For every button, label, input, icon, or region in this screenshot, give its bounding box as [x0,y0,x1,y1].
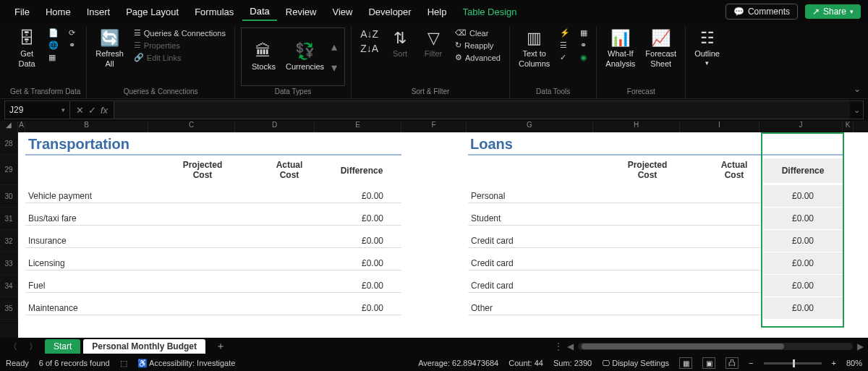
text-to-columns-button[interactable]: ▥Text to Columns [516,27,553,70]
menu-help[interactable]: Help [420,4,454,20]
expand-formula-icon[interactable]: ⌄ [850,106,863,115]
consolidate-button[interactable]: ▦ [577,27,590,38]
sort-asc-button[interactable]: A↓Z [357,27,381,40]
forecast-sheet-button[interactable]: 📈Forecast Sheet [642,27,679,70]
refresh-all-button[interactable]: 🔄Refresh All [93,27,127,70]
scroll-down-icon[interactable]: ▾ [331,61,337,74]
cancel-icon[interactable]: ✕ [76,105,84,116]
confirm-icon[interactable]: ✓ [88,105,96,116]
sort-button[interactable]: ⇅Sort [386,27,414,61]
menu-file[interactable]: File [7,4,37,20]
tab-options-icon[interactable]: ⋮ [554,341,563,351]
chevron-down-icon[interactable]: ▾ [61,106,65,114]
col-b[interactable]: B [25,121,148,133]
properties-button[interactable]: ☰Properties [131,40,229,51]
recent-sources-button[interactable]: ⟳ [66,27,78,38]
name-box[interactable]: J29▾ [5,101,70,119]
col-j[interactable]: J [760,121,843,133]
scroll-right-icon[interactable]: ▶ [857,341,864,351]
row-30[interactable]: 30 [0,185,18,208]
tab-prev-icon[interactable]: 〈 [4,341,22,353]
add-sheet-button[interactable]: ＋ [208,340,233,353]
menu-insert[interactable]: Insert [80,4,118,20]
cell-difference[interactable]: £0.00 [344,303,401,313]
menu-review[interactable]: Review [278,4,324,20]
sheet-content[interactable]: Transportation Projected Cost Actual Cos… [18,132,868,338]
queries-connections-button[interactable]: ☰Queries & Connections [131,27,229,38]
zoom-level[interactable]: 80% [846,359,862,367]
edit-links-button[interactable]: 🔗Edit Links [131,52,229,63]
formula-input[interactable] [114,101,850,119]
currencies-button[interactable]: 💱Currencies [283,40,327,74]
filter-button[interactable]: ▽Filter [419,27,448,61]
row-31[interactable]: 31 [0,208,18,230]
col-c[interactable]: C [148,121,235,133]
cell-difference[interactable]: £0.00 [344,191,401,201]
zoom-in-button[interactable]: + [832,359,836,367]
menu-view[interactable]: View [325,4,359,20]
zoom-slider[interactable] [764,362,822,364]
scroll-up-icon[interactable]: ▴ [331,40,337,54]
cell-difference[interactable]: £0.00 [344,236,401,246]
cell-difference[interactable]: £0.00 [763,275,843,297]
reapply-button[interactable]: ↻Reapply [452,40,503,51]
row-32[interactable]: 32 [0,230,18,252]
scroll-left-icon[interactable]: ◀ [567,341,574,351]
col-a[interactable]: A [18,121,25,133]
remove-dup-button[interactable]: ☰ [557,40,573,51]
col-f[interactable]: F [401,121,467,133]
view-layout-button[interactable]: ▣ [702,357,715,369]
comments-button[interactable]: 💬Comments [726,4,798,20]
cell-difference[interactable]: £0.00 [763,230,843,252]
tab-start[interactable]: Start [45,339,80,354]
select-all-button[interactable]: ◢ [0,121,18,133]
zoom-out-button[interactable]: − [749,359,753,367]
menu-page-layout[interactable]: Page Layout [119,4,186,20]
menu-developer[interactable]: Developer [361,4,418,20]
row-35[interactable]: 35 [0,297,18,320]
menu-formulas[interactable]: Formulas [187,4,241,20]
cell-difference[interactable]: £0.00 [344,281,401,291]
row-29[interactable]: 29 [0,155,18,185]
cell-difference[interactable]: £0.00 [344,213,401,223]
col-i[interactable]: I [680,121,760,133]
advanced-button[interactable]: ⚙Advanced [452,52,503,63]
clear-button[interactable]: ⌫Clear [452,27,503,38]
sort-desc-button[interactable]: Z↓A [357,42,381,55]
data-validation-button[interactable]: ✓ [557,52,573,63]
from-text-button[interactable]: 📄 [46,27,61,38]
col-h[interactable]: H [593,121,680,133]
cell-difference[interactable]: £0.00 [763,208,843,229]
outline-button[interactable]: ☷Outline▾ [692,27,723,68]
data-model-button[interactable]: ◉ [577,52,590,63]
flash-fill-button[interactable]: ⚡ [557,27,573,38]
macro-record-icon[interactable]: ⬚ [120,359,127,368]
view-normal-button[interactable]: ▦ [679,357,692,369]
menu-home[interactable]: Home [38,4,78,20]
horizontal-scrollbar[interactable] [578,343,853,350]
cell-difference[interactable]: £0.00 [344,258,401,268]
col-k[interactable]: K [843,121,854,133]
col-d[interactable]: D [235,121,315,133]
relationships-button[interactable]: ⚭ [577,40,590,51]
collapse-ribbon-icon[interactable]: ⌄ [854,84,861,94]
cell-difference[interactable]: £0.00 [763,185,843,207]
tab-next-icon[interactable]: 〉 [25,341,42,353]
accessibility-button[interactable]: ♿ Accessibility: Investigate [137,359,236,368]
existing-conn-button[interactable]: ⚭ [66,40,78,51]
get-data-button[interactable]: 🗄Get Data [12,27,41,70]
row-28[interactable]: 28 [0,132,18,155]
menu-data[interactable]: Data [242,3,276,21]
menu-table-design[interactable]: Table Design [455,4,524,20]
from-table-button[interactable]: ▦ [46,52,61,63]
from-web-button[interactable]: 🌐 [46,40,61,51]
stocks-button[interactable]: 🏛Stocks [249,40,278,74]
share-button[interactable]: ↗Share▾ [805,4,861,19]
tab-budget[interactable]: Personal Monthly Budget [83,339,205,354]
col-g[interactable]: G [467,121,593,133]
whatif-button[interactable]: 📊What-If Analysis [603,27,638,70]
cell-difference[interactable]: £0.00 [763,252,843,274]
col-e[interactable]: E [315,121,401,133]
view-break-button[interactable]: 凸 [726,357,739,369]
display-settings-button[interactable]: 🖵 Display Settings [602,359,669,367]
